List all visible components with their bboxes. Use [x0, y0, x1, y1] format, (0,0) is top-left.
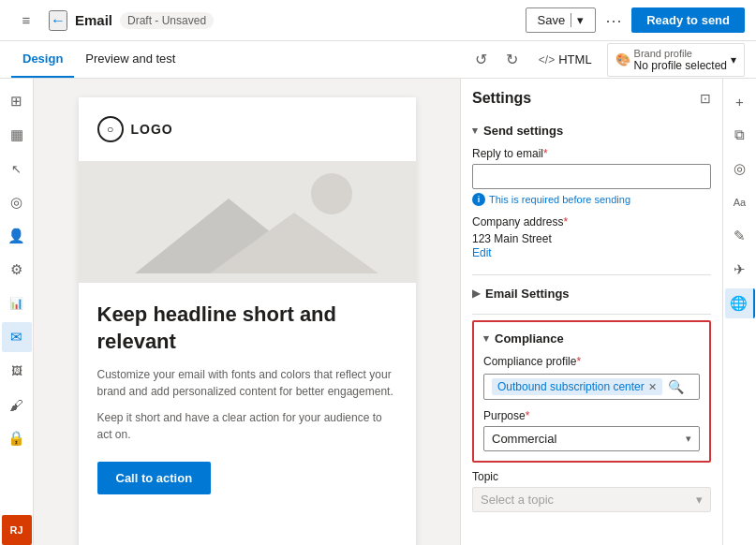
html-button[interactable]: </> HTML	[531, 49, 600, 70]
html-label: HTML	[558, 52, 591, 66]
cursor-button[interactable]: ↖	[2, 154, 32, 184]
search-icon: 🔍	[668, 379, 684, 394]
circle-button[interactable]: ◎	[2, 187, 32, 217]
reply-to-email-input[interactable]	[472, 164, 711, 189]
page-title: Email	[75, 12, 112, 28]
chart-button[interactable]: 📊	[2, 288, 32, 318]
hamburger-menu-button[interactable]: ≡	[11, 6, 41, 36]
brand-profile-icon: 🎨	[615, 52, 630, 66]
compliance-profile-input[interactable]: Outbound subscription center ✕ 🔍	[483, 374, 700, 400]
airplane-icon: ✈	[734, 261, 746, 278]
apps-button[interactable]: ⊞	[2, 86, 32, 116]
company-address-label: Company address*	[472, 215, 711, 228]
person-button[interactable]: 👤	[2, 221, 32, 251]
plus-icon: +	[735, 94, 744, 110]
purpose-dropdown[interactable]: Commercial ▾	[483, 426, 700, 451]
brand-profile-value: No profile selected	[634, 59, 727, 72]
grid-button[interactable]: ▦	[2, 120, 32, 150]
email-body: Keep headline short and relevant Customi…	[79, 283, 416, 513]
top-bar-left: ≡ ← Email Draft - Unsaved	[11, 6, 518, 36]
brand-profile-selector[interactable]: 🎨 Brand profile No profile selected ▾	[607, 43, 745, 77]
purpose-label: Purpose*	[483, 409, 700, 422]
purpose-required: *	[526, 409, 530, 422]
compliance-profile-label: Compliance profile*	[483, 355, 700, 368]
main-area: ⊞ ▦ ↖ ◎ 👤 ⚙ 📊 ✉ 🖼	[0, 79, 756, 545]
layers-icon: ⧉	[734, 126, 745, 143]
right-layers-button[interactable]: ⧉	[725, 120, 755, 150]
email-hero-image	[79, 161, 416, 283]
company-address-required: *	[563, 215, 568, 228]
right-mini-sidebar: + ⧉ ◎ Aa ✎ ✈ 🌐	[722, 79, 756, 545]
edit-address-link[interactable]: Edit	[472, 246, 492, 259]
tab-preview-and-test[interactable]: Preview and test	[74, 41, 186, 78]
redo-button[interactable]: ↻	[500, 47, 524, 72]
gear-icon: ⚙	[10, 261, 22, 278]
apps-icon: ⊞	[10, 93, 22, 110]
gear-button[interactable]: ⚙	[2, 255, 32, 285]
top-bar: ≡ ← Email Draft - Unsaved Save ▾ ⋯ Ready…	[0, 0, 756, 41]
email-settings-header[interactable]: ▶ Email Settings	[472, 281, 711, 306]
info-message: i This is required before sending	[472, 193, 711, 206]
lock-button[interactable]: 🔒	[2, 423, 32, 453]
draft-badge: Draft - Unsaved	[120, 12, 214, 29]
user-avatar-button[interactable]: RJ	[2, 515, 32, 545]
brush-icon: 🖌	[9, 397, 23, 413]
topic-placeholder: Select a topic	[481, 493, 554, 507]
email-settings-label: Email Settings	[485, 287, 570, 301]
back-button[interactable]: ←	[49, 10, 67, 31]
mountain-svg	[79, 161, 416, 283]
compliance-chevron-icon: ▾	[483, 332, 489, 345]
right-world-button[interactable]: 🌐	[725, 288, 755, 318]
email-body-text-2: Keep it short and have a clear action fo…	[97, 409, 397, 443]
sub-toolbar: Design Preview and test ↺ ↻ </> HTML 🎨 B…	[0, 41, 756, 79]
info-icon: i	[472, 193, 485, 206]
hamburger-icon: ≡	[22, 12, 31, 28]
compliance-label: Compliance	[495, 331, 564, 346]
topic-chevron-icon: ▾	[696, 493, 703, 507]
email-card: ○ LOGO Keep headline short and relevant …	[79, 97, 416, 545]
brand-profile-chevron-icon: ▾	[731, 53, 736, 66]
compliance-search-button[interactable]: 🔍	[668, 379, 684, 394]
email-settings-chevron-icon: ▶	[472, 287, 480, 300]
right-add-button[interactable]: +	[725, 86, 755, 116]
save-button[interactable]: Save ▾	[526, 7, 597, 33]
purpose-field: Purpose* Commercial ▾	[483, 409, 700, 451]
undo-button[interactable]: ↺	[469, 47, 493, 72]
more-options-button[interactable]: ⋯	[601, 7, 626, 35]
call-to-action-button[interactable]: Call to action	[97, 462, 212, 494]
email-canvas: ○ LOGO Keep headline short and relevant …	[34, 79, 460, 545]
settings-title: Settings	[472, 90, 531, 107]
settings-resize-button[interactable]: ⊡	[700, 91, 711, 106]
more-icon: ⋯	[605, 11, 622, 30]
save-label: Save	[538, 13, 566, 27]
reply-to-email-label: Reply to email*	[472, 147, 711, 160]
settings-header: Settings ⊡	[472, 90, 711, 107]
right-airplane-button[interactable]: ✈	[725, 255, 755, 285]
email-button[interactable]: ✉	[2, 322, 32, 352]
undo-icon: ↺	[475, 52, 487, 67]
purpose-chevron-icon: ▾	[686, 433, 691, 445]
compliance-header[interactable]: ▾ Compliance	[483, 331, 700, 346]
send-settings-header[interactable]: ▾ Send settings	[472, 118, 711, 143]
ready-to-send-button[interactable]: Ready to send	[631, 7, 745, 33]
image-button[interactable]: 🖼	[2, 356, 32, 386]
email-headline: Keep headline short and relevant	[97, 302, 397, 355]
logo-text: LOGO	[131, 122, 173, 137]
right-text-button[interactable]: Aa	[725, 187, 755, 217]
send-settings-section: ▾ Send settings Reply to email* i This i…	[472, 118, 711, 267]
divider-1	[472, 274, 711, 275]
right-target-button[interactable]: ◎	[725, 154, 755, 184]
circle-icon: ◎	[10, 194, 22, 211]
tag-remove-button[interactable]: ✕	[648, 381, 657, 393]
topic-dropdown[interactable]: Select a topic ▾	[472, 487, 711, 512]
send-settings-chevron-icon: ▾	[472, 125, 478, 137]
tab-design[interactable]: Design	[11, 41, 74, 78]
right-pencil-button[interactable]: ✎	[725, 221, 755, 251]
required-indicator: *	[543, 147, 548, 160]
email-logo: ○ LOGO	[79, 97, 416, 161]
compliance-section: ▾ Compliance Compliance profile* Outboun…	[472, 320, 711, 463]
logo-icon: ○	[97, 116, 124, 142]
top-bar-right: Save ▾ ⋯ Ready to send	[526, 7, 746, 35]
brush-button[interactable]: 🖌	[2, 390, 32, 420]
cursor-icon: ↖	[11, 162, 22, 176]
